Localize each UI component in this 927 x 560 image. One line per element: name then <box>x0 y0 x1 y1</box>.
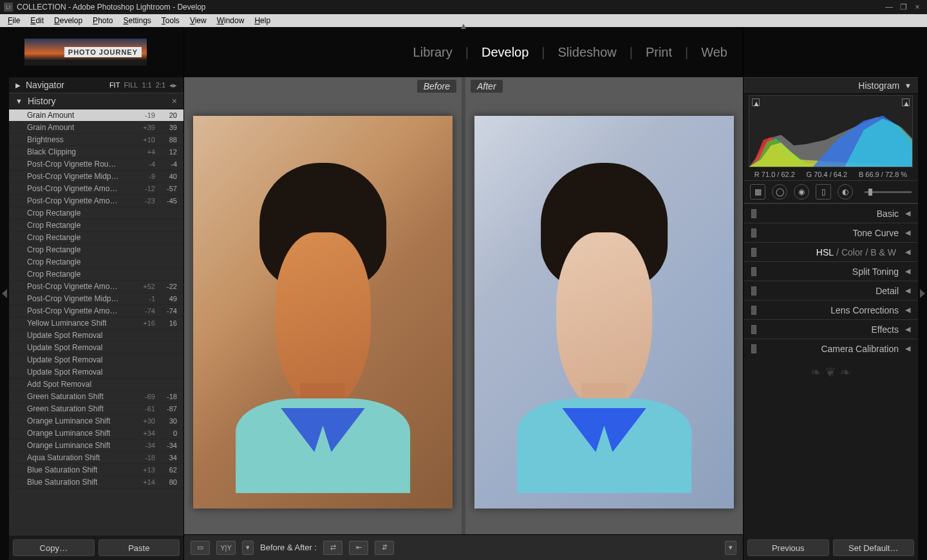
panel-split-toning[interactable]: Split Toning◀ <box>744 261 918 281</box>
history-row[interactable]: Orange Luminance Shift+340 <box>9 427 183 440</box>
panel-camera-calibration[interactable]: Camera Calibration◀ <box>744 339 918 358</box>
after-photo[interactable] <box>474 116 734 509</box>
history-row[interactable]: Post-Crop Vignette Amo…-12-57 <box>9 183 183 195</box>
history-row[interactable]: Post-Crop Vignette Amo…-23-45 <box>9 195 183 207</box>
panel-switch-icon[interactable] <box>751 209 756 218</box>
navigator-header[interactable]: ▶ Navigator FITFILL1:12:1◂▸ <box>9 77 183 93</box>
panel-tab[interactable]: Color <box>841 247 863 257</box>
left-edge-handle[interactable] <box>0 27 9 560</box>
loupe-view-button[interactable]: ▭ <box>191 541 210 555</box>
history-row[interactable]: Black Clipping+412 <box>9 146 183 158</box>
history-row[interactable]: Post-Crop Vignette Amo…-74-74 <box>9 305 183 317</box>
history-row[interactable]: Orange Luminance Shift-34-34 <box>9 440 183 452</box>
panel-tone-curve[interactable]: Tone Curve◀ <box>744 223 918 242</box>
copy-before-to-after-button[interactable]: ⇤ <box>349 541 368 555</box>
history-row[interactable]: Crop Rectangle <box>9 256 183 268</box>
history-row[interactable]: Post-Crop Vignette Rou…-4-4 <box>9 158 183 171</box>
close-icon[interactable]: × <box>172 96 177 106</box>
panel-switch-icon[interactable] <box>751 286 756 295</box>
panel-tab[interactable]: B & W <box>870 247 896 257</box>
history-row[interactable]: Green Saturation Shift-61-87 <box>9 403 183 415</box>
menu-help[interactable]: Help <box>250 15 274 26</box>
right-edge-handle[interactable] <box>918 27 927 560</box>
module-web[interactable]: Web <box>701 45 727 60</box>
panel-detail[interactable]: Detail◀ <box>744 281 918 300</box>
panel-hsl[interactable]: HSL / Color / B & W◀ <box>744 242 918 261</box>
copy-settings-button[interactable]: ⇵ <box>375 541 394 555</box>
history-row[interactable]: Brightness+1088 <box>9 134 183 146</box>
copy-button[interactable]: Copy… <box>13 539 95 556</box>
history-row[interactable]: Blue Saturation Shift+1362 <box>9 464 183 476</box>
panel-switch-icon[interactable] <box>751 344 756 353</box>
before-after-view-button[interactable]: Y|Y <box>216 541 236 555</box>
set-default-button[interactable]: Set Default… <box>833 539 915 556</box>
module-develop[interactable]: Develop <box>482 45 529 60</box>
history-row[interactable]: Crop Rectangle <box>9 232 183 244</box>
panel-switch-icon[interactable] <box>751 267 756 276</box>
view-dropdown[interactable]: ▾ <box>242 541 254 555</box>
history-row[interactable]: Update Spot Removal <box>9 330 183 342</box>
menu-photo[interactable]: Photo <box>89 15 117 26</box>
adjustment-brush-icon[interactable]: ◐ <box>838 184 853 200</box>
identity-plate[interactable]: PHOTO JOURNEY <box>24 39 147 66</box>
before-photo[interactable] <box>193 116 453 509</box>
menu-window[interactable]: Window <box>213 15 248 26</box>
menu-edit[interactable]: Edit <box>26 15 48 26</box>
shadow-clip-icon[interactable]: ▲ <box>752 98 760 106</box>
history-row[interactable]: Yellow Luminance Shift+1616 <box>9 317 183 330</box>
swap-before-after-button[interactable]: ⇄ <box>323 541 342 555</box>
previous-button[interactable]: Previous <box>747 539 829 556</box>
highlight-clip-icon[interactable]: ▲ <box>902 98 910 106</box>
panel-switch-icon[interactable] <box>751 325 756 334</box>
module-print[interactable]: Print <box>646 45 672 60</box>
history-row[interactable]: Post-Crop Vignette Midp…-149 <box>9 293 183 305</box>
panel-switch-icon[interactable] <box>751 248 756 257</box>
toolbar-menu-button[interactable]: ▾ <box>725 541 736 555</box>
histogram[interactable]: ▲ ▲ <box>749 95 913 167</box>
history-row[interactable]: Grain Amount+3939 <box>9 122 183 134</box>
panel-switch-icon[interactable] <box>751 229 756 238</box>
redeye-tool-icon[interactable]: ◉ <box>794 184 809 200</box>
close-button[interactable]: × <box>912 3 923 12</box>
history-row[interactable]: Green Saturation Shift-69-18 <box>9 391 183 403</box>
panel-tab[interactable]: HSL <box>816 247 834 257</box>
chevron-up-icon[interactable]: ▲ <box>459 21 468 31</box>
history-row[interactable]: Crop Rectangle <box>9 207 183 219</box>
menu-file[interactable]: File <box>4 15 24 26</box>
zoom-fill[interactable]: FILL <box>124 81 138 89</box>
history-row[interactable]: Orange Luminance Shift+3030 <box>9 415 183 427</box>
graduated-filter-icon[interactable]: ▯ <box>816 184 831 200</box>
history-row[interactable]: Crop Rectangle <box>9 244 183 256</box>
history-list[interactable]: Grain Amount-1920Grain Amount+3939Bright… <box>9 109 183 536</box>
zoom-fit[interactable]: FIT <box>109 81 120 89</box>
history-row[interactable]: Crop Rectangle <box>9 219 183 232</box>
history-row[interactable]: Blue Saturation Shift+1480 <box>9 476 183 489</box>
menu-develop[interactable]: Develop <box>50 15 86 26</box>
tool-slider[interactable] <box>865 191 912 193</box>
history-row[interactable]: Post-Crop Vignette Amo…+52-22 <box>9 281 183 293</box>
history-row[interactable]: Aqua Saturation Shift-1834 <box>9 452 183 464</box>
panel-basic[interactable]: Basic◀ <box>744 203 918 223</box>
menu-tools[interactable]: Tools <box>158 15 183 26</box>
histogram-header[interactable]: Histogram ▼ <box>744 77 918 94</box>
menu-settings[interactable]: Settings <box>119 15 154 26</box>
history-header[interactable]: ▼ History × <box>9 93 183 109</box>
zoom-stepper[interactable]: ◂▸ <box>169 81 177 89</box>
history-row[interactable]: Update Spot Removal <box>9 354 183 366</box>
history-row[interactable]: Update Spot Removal <box>9 366 183 378</box>
zoom-1-1[interactable]: 1:1 <box>142 81 151 89</box>
module-slideshow[interactable]: Slideshow <box>558 45 617 60</box>
menu-view[interactable]: View <box>186 15 211 26</box>
history-row[interactable]: Update Spot Removal <box>9 342 183 354</box>
paste-button[interactable]: Paste <box>98 539 180 556</box>
history-row[interactable]: Crop Rectangle <box>9 268 183 281</box>
panel-lens-corrections[interactable]: Lens Corrections◀ <box>744 300 918 319</box>
history-row[interactable]: Grain Amount-1920 <box>9 109 183 122</box>
minimize-button[interactable]: — <box>883 3 895 12</box>
module-library[interactable]: Library <box>413 45 453 60</box>
panel-effects[interactable]: Effects◀ <box>744 319 918 339</box>
panel-switch-icon[interactable] <box>751 306 756 315</box>
spot-removal-icon[interactable]: ◯ <box>772 184 787 200</box>
history-row[interactable]: Add Spot Removal <box>9 378 183 391</box>
crop-tool-icon[interactable]: ▦ <box>750 184 765 200</box>
